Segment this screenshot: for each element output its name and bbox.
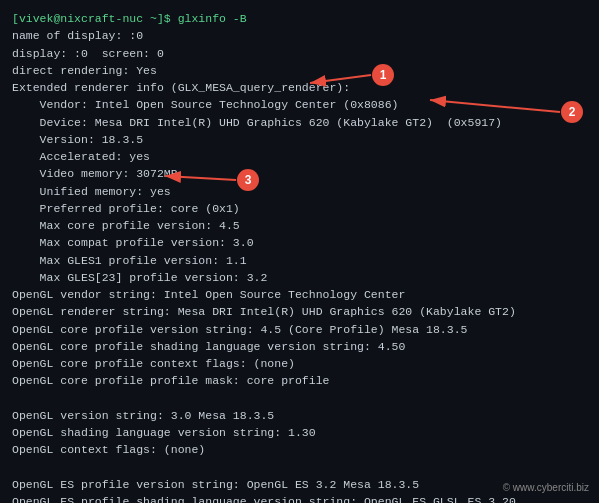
terminal-window: [vivek@nixcraft-nuc ~]$ glxinfo -B name … [0, 0, 599, 503]
terminal-line: OpenGL renderer string: Mesa DRI Intel(R… [12, 303, 587, 320]
annotation-1: 1 [372, 64, 394, 86]
terminal-line: Device: Mesa DRI Intel(R) UHD Graphics 6… [12, 114, 587, 131]
terminal-line: direct rendering: Yes [12, 62, 587, 79]
terminal-line [12, 459, 587, 476]
terminal-line: Unified memory: yes [12, 183, 587, 200]
annotation-3: 3 [237, 169, 259, 191]
terminal-line: OpenGL core profile profile mask: core p… [12, 372, 587, 389]
terminal-line: OpenGL core profile version string: 4.5 … [12, 321, 587, 338]
annotation-2: 2 [561, 101, 583, 123]
terminal-line: Max compat profile version: 3.0 [12, 234, 587, 251]
terminal-line: OpenGL core profile shading language ver… [12, 338, 587, 355]
terminal-line: OpenGL ES profile shading language versi… [12, 493, 587, 503]
terminal-line: OpenGL context flags: (none) [12, 441, 587, 458]
terminal-line: Accelerated: yes [12, 148, 587, 165]
terminal-line: OpenGL shading language version string: … [12, 424, 587, 441]
terminal-line: OpenGL version string: 3.0 Mesa 18.3.5 [12, 407, 587, 424]
terminal-line: OpenGL ES profile version string: OpenGL… [12, 476, 587, 493]
terminal-line: OpenGL core profile context flags: (none… [12, 355, 587, 372]
terminal-line: Video memory: 3072MB [12, 165, 587, 182]
terminal-line: OpenGL vendor string: Intel Open Source … [12, 286, 587, 303]
watermark: © www.cyberciti.biz [503, 480, 589, 495]
terminal-line: Max GLES1 profile version: 1.1 [12, 252, 587, 269]
terminal-line: display: :0 screen: 0 [12, 45, 587, 62]
terminal-line: Max GLES[23] profile version: 3.2 [12, 269, 587, 286]
prompt-line-start: [vivek@nixcraft-nuc ~]$ glxinfo -B [12, 10, 587, 27]
terminal-line: Version: 18.3.5 [12, 131, 587, 148]
terminal-output: name of display: :0 display: :0 screen: … [12, 27, 587, 503]
terminal-line: Preferred profile: core (0x1) [12, 200, 587, 217]
terminal-line: name of display: :0 [12, 27, 587, 44]
terminal-line [12, 390, 587, 407]
terminal-line: Extended renderer info (GLX_MESA_query_r… [12, 79, 587, 96]
terminal-line: Vendor: Intel Open Source Technology Cen… [12, 96, 587, 113]
terminal-line: Max core profile version: 4.5 [12, 217, 587, 234]
